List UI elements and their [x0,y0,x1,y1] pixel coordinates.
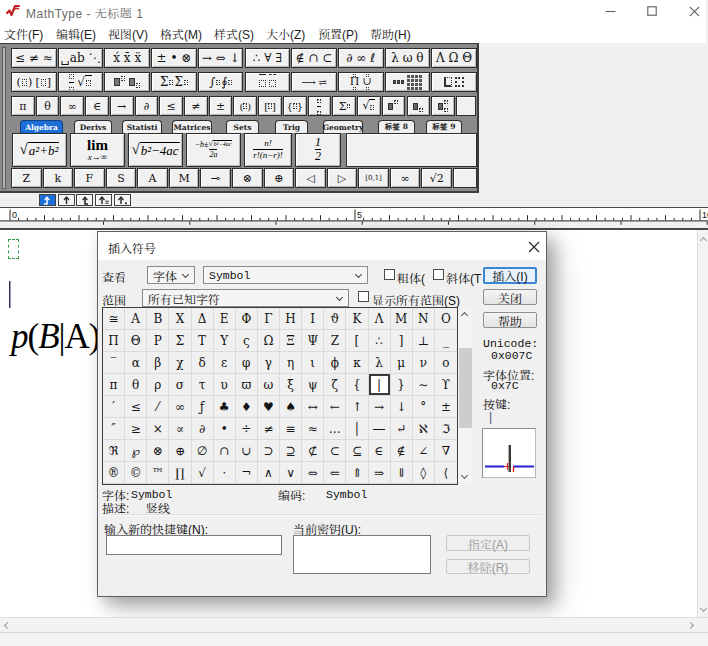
small-expression-button[interactable]: [0,1] [358,168,389,188]
tab-matrices[interactable]: Matrices [172,120,212,133]
tab-sets[interactable]: Sets [226,120,259,133]
symbol-cell[interactable]: Z [324,330,346,352]
underbar-overbar-templates-palette[interactable] [245,72,291,92]
symbol-cell[interactable]: ♣ [214,396,236,418]
symbol-cell[interactable]: { [346,374,368,396]
quick-symbol-button[interactable]: θ [36,96,60,116]
tab-标签-8[interactable]: 标签 8 [378,120,415,133]
subscript-superscript-templates-palette[interactable] [104,72,150,92]
symbol-cell[interactable]: υ [214,374,236,396]
expression-button[interactable]: limx→∞ [70,133,125,167]
expression-button[interactable]: √a²+b² [12,133,67,167]
symbol-cell[interactable]: ↵ [391,418,413,440]
symbol-cell[interactable]: ‾ [103,352,125,374]
small-expression-button[interactable]: S [106,168,137,188]
range-combo[interactable]: 所有已知字符 [142,289,349,307]
symbol-cell[interactable]: ℵ [413,418,435,440]
small-expression-button[interactable]: M [169,168,200,188]
symbol-cell[interactable]: ∇ [435,440,457,462]
symbol-cell[interactable]: √ [192,462,214,484]
tab-geometry[interactable]: Geometry [323,120,363,133]
tab-algebra[interactable]: Algebra [20,120,63,133]
symbol-cell[interactable]: ® [103,462,125,484]
small-expression-button[interactable]: ⊸ [200,168,231,188]
matrix-templates-palette[interactable] [385,72,431,92]
symbol-cell[interactable]: ℜ [103,440,125,462]
menu-format[interactable]: 格式(M) [160,25,202,42]
symbol-cell[interactable]: ⇓ [391,462,413,484]
symbol-cell[interactable]: Ξ [280,330,302,352]
symbol-cell[interactable]: ƒ [192,396,214,418]
show-all-ranges-checkbox[interactable] [358,291,369,302]
symbol-cell[interactable]: P [147,330,169,352]
symbol-cell[interactable]: ⇔ [302,462,324,484]
symbol-cell[interactable]: ¬ [236,462,258,484]
symbol-cell[interactable]: ε [214,352,236,374]
symbol-cell[interactable]: ↔ [302,396,324,418]
symbol-cell[interactable]: ϖ [236,374,258,396]
grid-scroll-down-icon[interactable] [461,472,468,479]
quick-bracket-box-button[interactable]: [] [258,96,282,116]
symbol-cell[interactable]: ≠ [258,418,280,440]
symbol-cell[interactable]: Ψ [302,330,324,352]
tab-trig[interactable]: Trig [275,120,308,133]
symbol-cell[interactable]: ⁄ [147,396,169,418]
symbol-cell[interactable]: … [324,418,346,440]
symbol-cell[interactable]: ζ [324,374,346,396]
tab-center-button[interactable] [58,194,75,206]
symbol-cell[interactable]: π [103,374,125,396]
assign-button[interactable]: 指定(A) [446,535,530,551]
integral-templates-palette[interactable]: ∫∮ [198,72,244,92]
symbol-cell[interactable]: ς [236,330,258,352]
symbol-cell[interactable]: ← [324,396,346,418]
fence-templates-palette[interactable]: () [] [11,72,57,92]
symbol-cell[interactable]: ∉ [391,440,413,462]
symbol-cell[interactable]: ℑ [435,418,457,440]
symbol-cell[interactable]: Δ [192,308,214,330]
symbol-cell[interactable]: B [147,308,169,330]
symbol-cell[interactable]: ⊗ [147,440,169,462]
symbol-cell[interactable]: ― [369,418,391,440]
tab-statisti[interactable]: Statisti [122,120,162,133]
quick-symbol-button[interactable]: ≤ [159,96,183,116]
font-name-combo[interactable]: Symbol [203,266,368,284]
quick-symbol-button[interactable]: π [11,96,35,116]
symbol-cell[interactable]: N [413,308,435,330]
summation-templates-palette[interactable]: ΣΣ [151,72,197,92]
symbol-cell[interactable]: ° [413,396,435,418]
close-dialog-button[interactable]: 关闭 [483,289,537,305]
symbol-cell[interactable]: A [125,308,147,330]
remove-button[interactable]: 移除(R) [446,559,530,574]
symbol-cell[interactable]: η [280,352,302,374]
dialog-close-button[interactable] [526,239,542,254]
quick-brace-box-button[interactable]: {} [283,96,307,116]
current-key-list[interactable] [293,535,431,574]
symbol-cell[interactable]: ∅ [192,440,214,462]
grid-scroll-up-icon[interactable] [461,312,468,319]
symbol-cell[interactable]: ∂ [192,418,214,440]
symbol-cell[interactable]: φ [236,352,258,374]
insert-button[interactable]: 插入(I) [483,267,537,284]
symbol-cell[interactable]: │ [346,418,368,440]
symbol-cell[interactable]: ≥ [125,418,147,440]
symbol-cell[interactable]: ∞ [169,396,191,418]
minimize-button[interactable] [595,0,625,22]
symbol-cell[interactable]: ∏ [169,462,191,484]
quick-symbol-button[interactable]: ± [209,96,233,116]
symbol-cell[interactable]: [ [346,330,368,352]
symbol-cell[interactable]: × [147,418,169,440]
expression-button[interactable]: −b±√b²−4ac2a [186,133,241,167]
symbol-cell[interactable]: © [125,462,147,484]
operator-symbols-palette[interactable]: ± • ⊗ [151,48,197,68]
symbol-cell[interactable]: ℘ [125,440,147,462]
symbol-cell[interactable]: Ω [258,330,280,352]
close-button[interactable] [679,0,708,22]
symbol-cell[interactable]: Φ [236,308,258,330]
symbol-cell[interactable]: I [302,308,324,330]
toolbar-drag-handle[interactable] [2,47,6,189]
symbol-cell[interactable]: ι [302,352,324,374]
symbol-cell[interactable]: α [125,352,147,374]
symbol-cell[interactable]: ρ [147,374,169,396]
symbol-cell[interactable]: Π [103,330,125,352]
italic-checkbox[interactable] [433,269,444,280]
